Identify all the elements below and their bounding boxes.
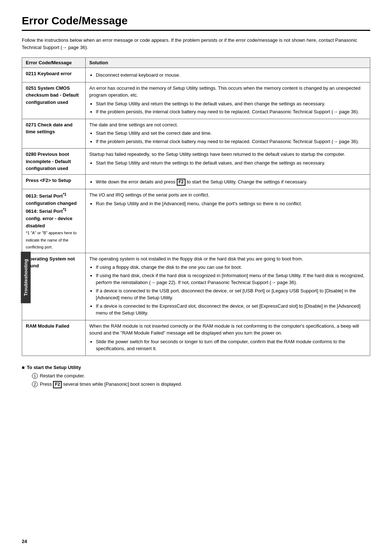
setup-step-2: 2 Press F2 several times while [Panasoni… [32, 381, 370, 388]
table-row: 0280 Previous boot incomplete - Default … [22, 149, 370, 175]
error-code-cell: 0211 Keyboard error [22, 68, 86, 82]
sidebar-label: Troubleshooting [21, 252, 30, 303]
table-row: 0271 Check date and time settingsThe dat… [22, 119, 370, 149]
bullet-item: If a device is connected to the ExpressC… [89, 303, 366, 317]
error-code-cell: Press <F2> to Setup [22, 174, 86, 189]
solution-text: An error has occurred in the memory of S… [89, 85, 360, 98]
error-code-cell: RAM Module Failed [22, 320, 86, 356]
solution-text: The operating system is not installed in… [89, 256, 303, 262]
solution-cell: When the RAM module is not inserted corr… [86, 320, 370, 356]
bullet-item: Slide the power switch for four seconds … [89, 338, 366, 352]
step-1-text: Restart the computer. [40, 373, 85, 378]
page-title: Error Code/Message [22, 15, 370, 31]
table-row: 0211 Keyboard errorDisconnect external k… [22, 68, 370, 82]
table-row: 0613: Serial Port*1 configuration change… [22, 189, 370, 253]
bullet-item: Disconnect external keyboard or mouse. [89, 72, 366, 79]
step-number-2: 2 [32, 381, 38, 387]
bullet-item: Run the Setup Utility and in the [Advanc… [89, 200, 366, 207]
error-code-table: Error Code/Message Solution 0211 Keyboar… [22, 57, 370, 356]
table-row: Operating System not foundThe operating … [22, 253, 370, 320]
error-code-cell: 0280 Previous boot incomplete - Default … [22, 149, 86, 175]
solution-bullets: Start the Setup Utility and return the s… [89, 159, 366, 167]
bullet-item: If a device is connected to the USB port… [89, 287, 366, 301]
solution-bullets: Write down the error details and press F… [89, 178, 366, 186]
solution-text: The date and time settings are not corre… [89, 122, 178, 127]
solution-cell: The operating system is not installed in… [86, 253, 370, 320]
setup-section: To start the Setup Utility 1 Restart the… [22, 365, 370, 388]
solution-bullets: Run the Setup Utility and in the [Advanc… [89, 200, 366, 207]
setup-steps: 1 Restart the computer. 2 Press F2 sever… [22, 372, 370, 388]
bullet-item: If the problem persists, the internal cl… [89, 138, 366, 145]
table-header-solution: Solution [86, 58, 370, 68]
step-number-1: 1 [32, 373, 38, 379]
solution-text: Startup has failed repeatedly, so the Se… [89, 151, 345, 157]
solution-bullets: If using a floppy disk, change the disk … [89, 264, 366, 317]
solution-cell: Write down the error details and press F… [86, 174, 370, 189]
solution-cell: Startup has failed repeatedly, so the Se… [86, 149, 370, 175]
error-code-cell: 0271 Check date and time settings [22, 119, 86, 149]
bullet-item: If the problem persists, the internal cl… [89, 108, 366, 116]
f2-key-setup: F2 [53, 381, 62, 388]
page-number: 24 [22, 539, 27, 544]
bullet-item: Start the Setup Utility and return the s… [89, 100, 366, 108]
table-row: 0251 System CMOS checksum bad - Default … [22, 82, 370, 119]
solution-bullets: Disconnect external keyboard or mouse. [89, 72, 366, 79]
step-2-text: Press F2 several times while [Panasonic]… [40, 381, 183, 387]
solution-cell: The date and time settings are not corre… [86, 119, 370, 149]
bullet-item: If using a floppy disk, change the disk … [89, 264, 366, 271]
bullet-item: Start the Setup Utility and return the s… [89, 159, 366, 167]
setup-title: To start the Setup Utility [22, 365, 370, 370]
table-header-error: Error Code/Message [22, 58, 86, 68]
setup-step-1: 1 Restart the computer. [32, 372, 370, 380]
error-code-cell: Operating System not found [22, 253, 86, 320]
bullet-item: Write down the error details and press F… [89, 178, 366, 186]
f2-key-ref: F2 [177, 179, 185, 186]
solution-cell: Disconnect external keyboard or mouse. [86, 68, 370, 82]
intro-paragraph: Follow the instructions below when an er… [22, 37, 370, 51]
bullet-item: Start the Setup Utility and set the corr… [89, 130, 366, 137]
bullet-item: If using the hard disk, check if the har… [89, 272, 366, 286]
table-row: Press <F2> to SetupWrite down the error … [22, 174, 370, 189]
solution-bullets: Slide the power switch for four seconds … [89, 338, 366, 352]
setup-title-text: To start the Setup Utility [27, 365, 81, 370]
solution-bullets: Start the Setup Utility and return the s… [89, 100, 366, 116]
error-code-cell: 0613: Serial Port*1 configuration change… [22, 189, 86, 253]
solution-cell: An error has occurred in the memory of S… [86, 82, 370, 119]
table-row: RAM Module FailedWhen the RAM module is … [22, 320, 370, 356]
solution-bullets: Start the Setup Utility and set the corr… [89, 130, 366, 145]
solution-cell: The I/O and IRQ settings of the serial p… [86, 189, 370, 253]
error-code-cell: 0251 System CMOS checksum bad - Default … [22, 82, 86, 119]
solution-text: The I/O and IRQ settings of the serial p… [89, 192, 209, 198]
solution-text: When the RAM module is not inserted corr… [89, 323, 359, 336]
